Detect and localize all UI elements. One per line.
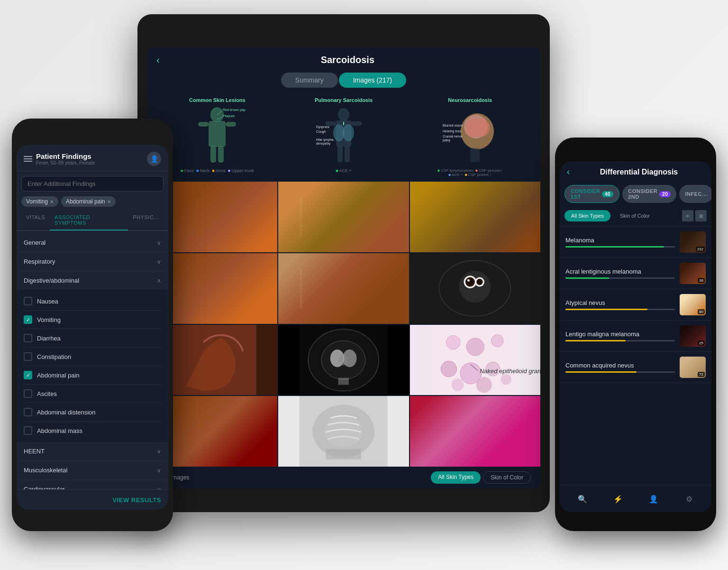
tablet-tabs: Summary Images (217) <box>147 70 540 92</box>
diag-common-nevus-count: 72 <box>698 372 705 377</box>
diag-lentigo-bar <box>565 340 626 341</box>
diag-common-nevus-name: Common acquired nevus <box>565 362 675 369</box>
diag-acral[interactable]: Acral lentiginous melanoma 38 <box>560 258 711 289</box>
chevron-down-icon: ∨ <box>157 239 161 246</box>
grid-cell-5[interactable]: Copyright © 2020 VisualDx <box>278 253 409 324</box>
chevron-down-icon: ∨ <box>157 448 161 455</box>
diag-lentigo-name: Lentigo maligna melanoma <box>565 331 675 338</box>
consider-second-label: CONSIDER 2ND <box>628 188 657 200</box>
category-musculoskeletal[interactable]: Musculoskeletal ∨ <box>17 461 168 480</box>
symptom-vomiting: ✓ Vomiting <box>24 311 161 329</box>
diag-lentigo[interactable]: Lentigo maligna melanoma 25 <box>560 321 711 352</box>
pr-bottom-nav: 🔍 ⚡ 👤 ⚙ <box>560 485 711 512</box>
view-results-button[interactable]: VIEW RESULTS <box>112 496 161 504</box>
checkbox-vomiting[interactable]: ✓ <box>24 315 32 324</box>
grid-cell-6[interactable] <box>410 253 540 324</box>
category-general[interactable]: General ∨ <box>17 233 168 252</box>
consider-first-tab[interactable]: CONSIDER 1ST 40 <box>564 185 619 203</box>
hamburger-menu-icon[interactable] <box>24 156 32 162</box>
tag-vomiting: Vomiting ✕ <box>21 196 58 207</box>
nav-settings-icon[interactable]: ⚙ <box>681 490 698 507</box>
svg-text:Plaques: Plaques <box>223 114 235 118</box>
phone-left-device: Patient Findings Fever, 50–59 years, Fem… <box>12 119 173 531</box>
grid-cell-11[interactable] <box>278 396 409 467</box>
svg-point-31 <box>459 271 491 303</box>
skin-filter-color[interactable]: Skin of Color <box>613 210 656 221</box>
nav-lightning-icon[interactable]: ⚡ <box>610 490 627 507</box>
tablet-title: Sarcoidosis <box>164 55 531 65</box>
tab-vitals[interactable]: VITALS <box>21 211 50 230</box>
pl-footer: VIEW RESULTS <box>17 489 168 510</box>
tag-vomiting-label: Vomiting <box>26 198 48 205</box>
checkbox-constipation[interactable] <box>24 352 32 361</box>
checkbox-abdominal-mass[interactable] <box>24 426 32 435</box>
checkbox-nausea[interactable] <box>24 297 32 305</box>
checkbox-abdominal-distension[interactable] <box>24 408 32 416</box>
grid-cell-3[interactable] <box>410 182 540 252</box>
tab-associated-symptoms[interactable]: ASSOCIATED SYMPTOMS <box>50 211 128 230</box>
search-input[interactable] <box>21 176 164 192</box>
category-respiratory[interactable]: Respiratory ∨ <box>17 252 168 271</box>
filter-all-skin[interactable]: All Skin Types <box>431 471 481 484</box>
diag-melanoma-info: Melanoma <box>565 237 675 248</box>
grid-cell-9[interactable]: Naked epithelioid granulomas <box>410 325 540 395</box>
filter-skin-of-color[interactable]: Skin of Color <box>483 471 531 484</box>
svg-text:denopathy: denopathy <box>316 142 331 146</box>
anatomy-row: Common Skin Lesions Red-brown papules <box>147 92 540 182</box>
hamburger-line <box>24 156 32 157</box>
svg-rect-25 <box>470 148 480 162</box>
consider-infec-tab[interactable]: INFEC... <box>679 185 711 203</box>
consider-first-badge: 40 <box>602 191 613 197</box>
consider-second-tab[interactable]: CONSIDER 2ND 20 <box>622 185 676 203</box>
svg-text:Naked epithelioid granulomas: Naked epithelioid granulomas <box>480 368 540 375</box>
svg-point-45 <box>339 355 348 365</box>
anatomy-skin: Common Skin Lesions Red-brown papules <box>154 97 281 177</box>
avatar-icon[interactable]: 👤 <box>147 152 161 166</box>
tab-physical[interactable]: PHYSIC... <box>128 211 164 230</box>
grid-cell-12[interactable] <box>410 396 540 467</box>
grid-cell-8[interactable] <box>278 325 409 395</box>
checkbox-diarrhea[interactable] <box>24 334 32 342</box>
checkbox-abdominal-pain[interactable]: ✓ <box>24 371 32 379</box>
chevron-down-icon: ∨ <box>157 467 161 474</box>
anatomy-skin-footer: ■ Face ■ Neck ■ Arms ■ Upper trunk <box>181 168 254 173</box>
tag-abdominal-pain-remove[interactable]: ✕ <box>107 199 111 204</box>
svg-text:palsy: palsy <box>443 138 451 142</box>
nav-user-icon[interactable]: 👤 <box>645 490 662 507</box>
diag-melanoma[interactable]: Melanoma 232 <box>560 227 711 258</box>
category-heent[interactable]: HEENT ∨ <box>17 442 168 461</box>
diag-acral-thumb: 38 <box>680 263 706 284</box>
skin-filter-all[interactable]: All Skin Types <box>564 210 610 221</box>
tab-images[interactable]: Images (217) <box>339 73 406 88</box>
grid-view-icon[interactable]: ⊞ <box>695 210 707 221</box>
svg-rect-1 <box>209 121 226 147</box>
diag-common-nevus[interactable]: Common acquired nevus 72 <box>560 352 711 383</box>
list-view-icon[interactable]: ≡ <box>682 210 693 221</box>
pr-back-button[interactable]: ‹ <box>567 167 570 177</box>
diag-melanoma-bar-container <box>565 246 675 248</box>
tag-vomiting-remove[interactable]: ✕ <box>50 199 54 204</box>
svg-rect-17 <box>337 146 343 162</box>
category-digestive[interactable]: Digestive/abdominal ∧ <box>17 271 168 290</box>
grid-cell-2[interactable]: Copyright © 2020 VisualDx <box>278 182 409 252</box>
svg-rect-2 <box>198 122 209 127</box>
anatomy-pulmonary-figure: Dyspnea Cough Hilar lympha- denopathy <box>315 105 372 167</box>
phone-right-device: ‹ Differential Diagnosis CONSIDER 1ST 40… <box>555 138 716 531</box>
pr-skin-filter: All Skin Types Skin of Color ≡ ⊞ <box>560 208 711 227</box>
check-icon: ✓ <box>26 317 30 323</box>
category-general-label: General <box>24 239 46 246</box>
category-digestive-label: Digestive/abdominal <box>24 277 79 284</box>
diag-atypical-count: 80 <box>698 309 705 314</box>
diag-atypical[interactable]: Atypical nevus 80 <box>560 289 711 321</box>
tab-summary[interactable]: Summary <box>281 73 338 88</box>
svg-point-35 <box>467 279 470 282</box>
tablet-back-button[interactable]: ‹ <box>156 55 160 65</box>
view-toggle: ≡ ⊞ <box>682 210 707 221</box>
svg-point-10 <box>338 108 349 121</box>
svg-point-51 <box>441 361 456 377</box>
checkbox-ascites[interactable] <box>24 389 32 398</box>
category-cardiovascular[interactable]: Cardiovascular ∨ <box>17 480 168 489</box>
nav-search-icon[interactable]: 🔍 <box>574 490 591 507</box>
diag-common-nevus-thumb: 72 <box>680 357 706 378</box>
symptom-ascites: Ascites <box>24 385 161 403</box>
